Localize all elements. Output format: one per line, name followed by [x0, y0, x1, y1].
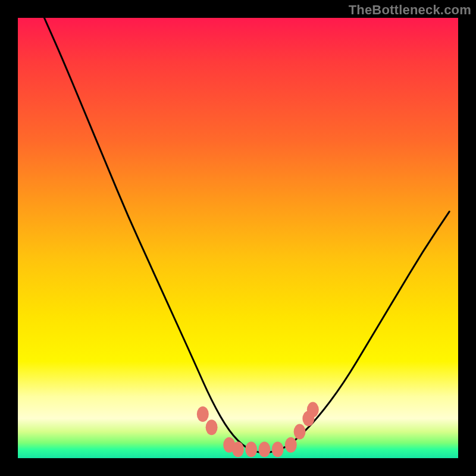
curve-marker	[245, 441, 257, 457]
watermark-text: TheBottleneck.com	[349, 2, 471, 18]
curve-marker	[307, 402, 319, 418]
curve-marker	[258, 441, 270, 457]
chart-frame: TheBottleneck.com	[0, 0, 476, 476]
curve-marker	[272, 441, 284, 457]
chart-svg	[18, 18, 458, 458]
curve-marker	[294, 424, 306, 440]
curve-marker	[232, 441, 244, 457]
curve-marker	[197, 406, 209, 422]
bottleneck-curve-line	[44, 18, 449, 453]
plot-area	[18, 18, 458, 458]
curve-marker	[206, 419, 218, 435]
curve-marker	[285, 437, 297, 453]
marker-group	[197, 402, 319, 458]
